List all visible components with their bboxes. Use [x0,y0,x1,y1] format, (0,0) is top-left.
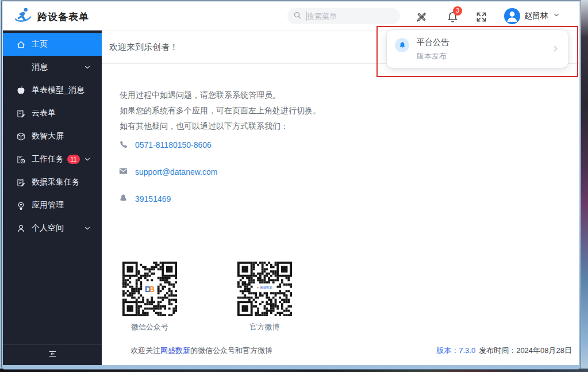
user-avatar [504,8,520,24]
sidebar-label: 单表模型_消息 [32,85,84,95]
chevron-down-icon [83,224,91,234]
app-logo: 跨设备表单 [13,6,89,28]
qr-label: 微信公众号 [122,322,177,332]
chevron-down-icon [83,63,91,73]
sidebar-item-app-management[interactable]: 应用管理 [3,194,102,217]
contact-email-row: support@datanew.com [118,166,217,178]
user-menu[interactable]: 赵留林 [504,8,560,24]
notifications-button[interactable]: 3 [445,10,459,24]
phone-icon [118,139,128,151]
intro-line: 使用过程中如遇问题，请您联系系统管理员。 [120,87,321,103]
sidebar-label: 消息 [32,62,48,72]
person-icon [16,224,26,233]
svg-text:DB: DB [145,285,155,294]
weibo-qr-image: ● 网盛数新 [237,262,292,316]
release-date-text: 发布时间：2024年08月28日 [479,346,572,355]
announcement-title: 平台公告 [417,37,449,48]
qq-icon [118,193,128,205]
sidebar-label: 工作任务 [32,154,64,164]
task-clock-icon [16,155,26,164]
search-input[interactable] [307,12,394,21]
task-count-badge: 11 [67,155,80,164]
home-icon [16,40,26,49]
top-header: 跨设备表单 3 [3,2,579,30]
collapse-sidebar-icon [48,349,57,361]
phone-link[interactable]: 0571-81180150-8606 [135,140,212,149]
sidebar-item-messages[interactable]: 消息 [3,56,102,79]
svg-text:● 网盛数新: ● 网盛数新 [257,286,272,290]
sidebar-label: 云表单 [32,108,56,118]
email-icon [118,166,128,178]
footer: 欢迎关注网盛数新的微信公众号和官方微博 版本：7.3.0发布时间：2024年08… [130,346,572,356]
fullscreen-button[interactable] [474,10,488,24]
search-icon [293,11,302,22]
version-text: 版本：7.3.0 [436,346,475,355]
main-content: 欢迎来到乐创者！ 使用过程中如遇问题，请您联系系统管理员。 如果您的系统有多个应… [102,30,579,365]
footer-suffix: 的微信公众号和官方微博 [190,346,272,355]
app-logo-icon [13,6,33,28]
sidebar-label: 数据采集任务 [32,177,80,187]
intro-line: 如果您的系统有多个应用，可在页面左上角处进行切换。 [120,103,321,118]
qr-label: 官方微博 [237,322,292,332]
chevron-down-icon [552,11,560,21]
sidebar-label: 数智大屏 [32,131,64,141]
sidebar-item-single-table-model[interactable]: 单表模型_消息 [3,79,102,102]
wechat-qr-block: DB 微信公众号 [122,262,177,332]
notification-dropdown-item[interactable]: 平台公告 版本发布 [387,30,568,68]
sidebar-item-personal-space[interactable]: 个人空间 [3,217,102,240]
email-link[interactable]: support@datanew.com [135,167,217,177]
intro-text: 使用过程中如遇问题，请您联系系统管理员。 如果您的系统有多个应用，可在页面左上角… [120,87,321,134]
sidebar-collapse-button[interactable] [3,344,102,365]
notification-badge: 3 [453,6,462,16]
contact-phone-row: 0571-81180150-8606 [118,139,217,151]
company-link[interactable]: 网盛数新 [160,346,190,355]
text-caret [306,11,306,21]
sidebar-item-home[interactable]: 主页 [3,33,102,56]
design-tools-button[interactable] [414,10,428,24]
weibo-qr-block: ● 网盛数新 官方微博 [237,262,292,332]
contact-qq-row: 39151469 [118,193,217,205]
announcement-subtitle: 版本发布 [417,51,447,62]
contact-list: 0571-81180150-8606 support@datanew.com [118,139,217,220]
footer-version-info: 版本：7.3.0发布时间：2024年08月28日 [436,346,572,356]
chevron-right-icon [551,44,560,55]
qr-section: DB 微信公众号 ● 网盛数新 官方微博 [122,262,292,332]
app-title: 跨设备表单 [37,10,89,24]
intro-line: 如有其他疑问，也可以通过以下方式联系我们： [120,118,321,134]
sidebar-nav: 主页 消息 单表模型_消息 云表单 [3,30,102,365]
footer-prefix: 欢迎关注 [130,346,160,355]
sidebar-label: 个人空间 [32,223,64,233]
sidebar-item-cloud-form[interactable]: 云表单 [3,102,102,125]
wechat-qr-image: DB [122,262,177,316]
sidebar-label: 主页 [32,39,48,49]
bulb-icon [16,201,26,210]
announcement-bell-icon [395,38,409,52]
data-collect-icon [16,178,26,187]
sidebar-item-work-tasks[interactable]: 工作任务 11 [3,148,102,171]
chevron-down-icon [83,155,91,165]
sidebar-item-smart-screen[interactable]: 数智大屏 [3,125,102,148]
footer-follow-text: 欢迎关注网盛数新的微信公众号和官方微博 [130,346,272,356]
apple-icon [16,86,26,95]
user-name: 赵留林 [524,11,548,21]
qq-link[interactable]: 39151469 [135,194,171,204]
cube-icon [16,132,26,141]
sidebar-label: 应用管理 [32,200,64,210]
cloud-form-icon [16,109,26,118]
search-box[interactable] [287,8,400,24]
sidebar-item-data-collection[interactable]: 数据采集任务 [3,171,102,194]
